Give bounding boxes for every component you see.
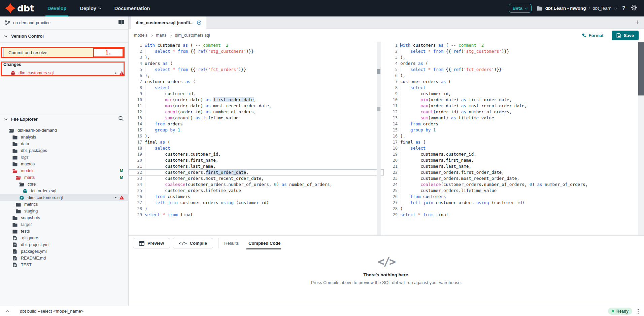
file-explorer-header[interactable]: File Explorer [0, 114, 129, 124]
tree-item-README.md[interactable]: README.md [0, 255, 129, 262]
tree-item-dim_customers.sql[interactable]: dim_customers.sql• [0, 194, 129, 201]
code-line-5[interactable]: 5 select * from {{ ref('fct_orders')}} [129, 67, 384, 73]
code-line-15[interactable]: 15 group by 1 [129, 127, 384, 133]
code-line-27[interactable]: 27 left join customer_orders using (cust… [129, 200, 384, 206]
tree-item-analysis[interactable]: analysis [0, 134, 129, 141]
code-line-12[interactable]: 12 count(order_id) as number_of_orders, [129, 109, 384, 115]
code-line-20[interactable]: 20 customers.first_name, [129, 157, 384, 163]
collapse-panel-button[interactable] [0, 310, 15, 312]
code-line-6[interactable]: 6), [384, 73, 644, 79]
tab-dim-customers[interactable]: dim_customers.sql (confli... [131, 16, 206, 29]
tree-item-macros[interactable]: macros [0, 161, 129, 167]
code-line-24[interactable]: 24 coalesce(customer_orders.number_of_or… [384, 182, 644, 188]
tree-item-TEST[interactable]: TEST [0, 262, 129, 268]
tab-results[interactable]: Results [224, 238, 239, 248]
code-line-21[interactable]: 21 customers.last_name, [129, 163, 384, 169]
code-line-24[interactable]: 24 coalesce(customer_orders.number_of_or… [129, 182, 384, 188]
code-line-29[interactable]: 29select * from final [129, 212, 384, 218]
tree-item-packages.yml[interactable]: packages.yml [0, 248, 129, 255]
code-line-13[interactable]: 13 sum(amount) as lifetime_value [129, 115, 384, 121]
format-button[interactable]: Format [581, 33, 604, 38]
tree-item-fct_orders.sql[interactable]: fct_orders.sql [0, 188, 129, 194]
branch-selector[interactable]: on-demand-practice [0, 16, 129, 30]
code-line-10[interactable]: 10 min(order_date) as first_order_date, [384, 97, 644, 103]
tree-item-metrics[interactable]: metrics [0, 201, 129, 208]
code-line-14[interactable]: 14 from orders [129, 121, 384, 127]
tree-item-logs[interactable]: logs [0, 154, 129, 161]
code-line-16[interactable]: 16), [384, 133, 644, 139]
code-line-17[interactable]: 17final as ( [129, 139, 384, 145]
code-line-1[interactable]: 1with customers as ( -- comment 2 [384, 42, 644, 48]
tree-item-.gitignore[interactable]: .gitignore [0, 235, 129, 241]
code-line-28[interactable]: 28) [129, 206, 384, 212]
code-editor-left[interactable]: 1with customers as ( -- comment 22 selec… [129, 42, 384, 235]
code-line-28[interactable]: 28) [384, 206, 644, 212]
tree-item-dbt_project.yml[interactable]: dbt_project.yml [0, 241, 129, 248]
code-line-29[interactable]: 29select * from final [384, 212, 644, 218]
code-line-18[interactable]: 18 select [129, 145, 384, 151]
kebab-menu-icon[interactable] [638, 309, 639, 314]
version-control-header[interactable]: Version Control [0, 30, 129, 43]
account-project-selector[interactable]: dbt Learn - mwong / dbt_learn [537, 6, 617, 11]
code-line-9[interactable]: 9 customer_id, [384, 91, 644, 97]
tree-item-dbt-learn-on-demand[interactable]: dbt-learn-on-demand [0, 127, 129, 134]
tree-item-tests[interactable]: tests [0, 228, 129, 235]
left-pane-scrollbar-thumb[interactable] [377, 69, 380, 74]
dbt-logo[interactable]: dbt [5, 3, 34, 14]
code-line-20[interactable]: 20 customers.first_name, [384, 157, 644, 163]
tree-item-target[interactable]: target [0, 221, 129, 228]
nav-item-documentation[interactable]: Documentation [114, 0, 150, 16]
help-icon[interactable]: ? [622, 5, 625, 12]
preview-button[interactable]: Preview [133, 238, 170, 248]
tree-item-staging[interactable]: staging [0, 208, 129, 214]
code-line-21[interactable]: 21 customers.last_name, [384, 163, 644, 169]
docs-book-icon[interactable] [118, 19, 125, 26]
code-line-6[interactable]: 6), [129, 73, 384, 79]
code-line-18[interactable]: 18 select [384, 145, 644, 151]
code-line-7[interactable]: 7customer_orders as ( [129, 79, 384, 85]
code-line-14[interactable]: 14 from orders [384, 121, 644, 127]
code-line-1[interactable]: 1with customers as ( -- comment 2 [129, 42, 384, 48]
nav-item-develop[interactable]: Develop [47, 0, 66, 16]
code-line-11[interactable]: 11 max(order_date) as most_recent_order_… [384, 103, 644, 109]
code-line-26[interactable]: 26 from customers [129, 194, 384, 200]
tree-item-data[interactable]: data [0, 141, 129, 147]
tree-item-snapshots[interactable]: snapshots [0, 214, 129, 221]
command-input[interactable]: dbt build --select <model_name> [20, 309, 608, 314]
code-line-15[interactable]: 15 group by 1 [384, 127, 644, 133]
beta-selector[interactable]: Beta [509, 4, 532, 13]
code-line-22[interactable]: 22 customer_orders.first_order_date, [384, 169, 644, 175]
right-pane-scrollbar-thumb[interactable] [638, 42, 644, 95]
search-icon[interactable] [118, 116, 124, 123]
code-line-3[interactable]: 3), [384, 54, 644, 61]
code-line-25[interactable]: 25 customer_orders.lifetime_value [384, 188, 644, 194]
code-line-10[interactable]: 10 min(order_date) as first_order_date, [129, 97, 384, 103]
tree-item-models[interactable]: modelsM [0, 167, 129, 174]
code-line-11[interactable]: 11 max(order_date) as most_recent_order_… [129, 103, 384, 109]
tree-item-core[interactable]: core [0, 181, 129, 188]
code-line-22[interactable]: 22 customer_orders.first_order_date, [129, 169, 384, 175]
code-line-7[interactable]: 7customer_orders as ( [384, 79, 644, 85]
code-line-27[interactable]: 27 left join customer_orders using (cust… [384, 200, 644, 206]
tree-item-dbt_packages[interactable]: dbt_packages [0, 147, 129, 154]
tab-compiled-code[interactable]: Compiled Code [248, 238, 280, 248]
tree-item-marts[interactable]: martsM [0, 174, 129, 181]
code-line-16[interactable]: 16), [129, 133, 384, 139]
code-line-9[interactable]: 9 customer_id, [129, 91, 384, 97]
code-line-26[interactable]: 26 from customers [384, 194, 644, 200]
nav-item-deploy[interactable]: Deploy [80, 0, 101, 16]
code-line-8[interactable]: 8 select [129, 85, 384, 91]
code-line-25[interactable]: 25 customer_orders.lifetime_value [129, 188, 384, 194]
code-line-4[interactable]: 4orders as ( [384, 61, 644, 67]
code-line-23[interactable]: 23 customer_orders.most_recent_order_dat… [129, 175, 384, 182]
compile-button[interactable]: </> Compile [173, 238, 213, 248]
code-line-4[interactable]: 4orders as ( [129, 61, 384, 67]
code-line-12[interactable]: 12 count(order_id) as number_of_orders, [384, 109, 644, 115]
code-line-2[interactable]: 2 select * from {{ ref('stg_customers')}… [384, 48, 644, 54]
settings-gear-icon[interactable] [631, 4, 637, 12]
code-line-19[interactable]: 19 customers.customer_id, [129, 151, 384, 157]
code-editor-right[interactable]: 1with customers as ( -- comment 22 selec… [384, 42, 644, 235]
code-line-2[interactable]: 2 select * from {{ ref('stg_customers')}… [129, 48, 384, 54]
save-button[interactable]: Save [612, 31, 639, 40]
code-line-17[interactable]: 17final as ( [384, 139, 644, 145]
